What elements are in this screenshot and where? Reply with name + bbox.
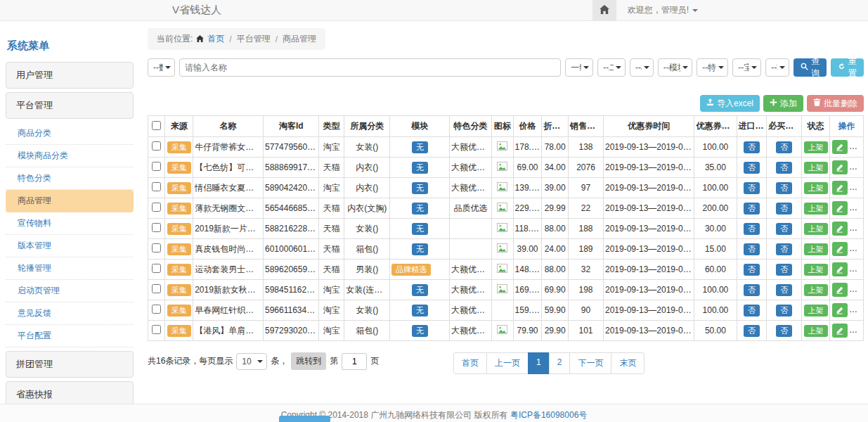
sidebar-subitem-轮播管理[interactable]: 轮播管理: [6, 257, 134, 280]
row-checkbox[interactable]: [152, 243, 161, 252]
must-buy-toggle[interactable]: 否: [776, 223, 792, 235]
import-toggle[interactable]: 否: [744, 325, 760, 337]
add-button[interactable]: 添加: [763, 95, 803, 112]
edit-button[interactable]: [832, 160, 848, 174]
module-badge[interactable]: 无: [412, 243, 428, 255]
edit-button[interactable]: [832, 201, 848, 215]
sidebar-subitem-特色分类[interactable]: 特色分类: [6, 167, 134, 190]
import-excel-button[interactable]: 导入excel: [700, 95, 760, 112]
must-buy-toggle[interactable]: 否: [776, 141, 792, 153]
must-buy-toggle[interactable]: 否: [776, 325, 792, 337]
edit-button[interactable]: [832, 262, 848, 276]
sidebar-item-拼团管理[interactable]: 拼团管理: [6, 351, 134, 378]
module-badge[interactable]: 无: [412, 182, 428, 194]
module-badge[interactable]: 品牌精选: [391, 264, 431, 276]
module-badge[interactable]: 无: [412, 162, 428, 174]
sidebar-subitem-宣传物料[interactable]: 宣传物料: [6, 212, 134, 235]
status-toggle[interactable]: 上架: [804, 305, 828, 316]
edit-button[interactable]: [832, 303, 848, 317]
level1-category-select[interactable]: 一级分类: [565, 58, 593, 77]
must-buy-toggle[interactable]: 否: [776, 305, 792, 316]
row-checkbox[interactable]: [152, 284, 161, 293]
must-buy-toggle[interactable]: 否: [776, 162, 792, 174]
status-toggle[interactable]: 上架: [804, 243, 828, 255]
sidebar-subitem-商品分类[interactable]: 商品分类: [6, 122, 134, 145]
status-toggle[interactable]: 上架: [804, 223, 828, 235]
user-dropdown[interactable]: 欢迎您，管理员!: [628, 4, 698, 16]
import-toggle[interactable]: 否: [744, 141, 760, 153]
sidebar-subitem-平台配置[interactable]: 平台配置: [6, 325, 134, 347]
status-select[interactable]: --状态--: [765, 58, 789, 77]
pager-last[interactable]: 末页: [611, 352, 644, 374]
row-checkbox[interactable]: [152, 223, 161, 232]
module-badge[interactable]: 无: [412, 325, 428, 337]
must-buy-toggle[interactable]: 否: [776, 182, 792, 194]
import-toggle[interactable]: 否: [744, 223, 760, 235]
data-source-select[interactable]: --数据来源--: [148, 58, 175, 77]
sidebar-subitem-版本管理[interactable]: 版本管理: [6, 235, 134, 257]
module-badge[interactable]: 无: [412, 305, 428, 316]
jump-button[interactable]: 跳转到: [291, 352, 326, 370]
sidebar-subitem-商品管理[interactable]: 商品管理: [6, 190, 134, 212]
edit-button[interactable]: [832, 324, 848, 338]
pager-page-1[interactable]: 1: [528, 352, 550, 374]
special-category-select[interactable]: --特色分类--: [697, 58, 728, 77]
per-page-select[interactable]: 10: [236, 353, 267, 370]
sidebar-subitem-启动页管理[interactable]: 启动页管理: [6, 280, 134, 302]
edit-button[interactable]: [832, 242, 848, 256]
select-all-checkbox[interactable]: [152, 121, 161, 130]
edit-button[interactable]: [832, 140, 848, 154]
must-buy-toggle[interactable]: 否: [776, 203, 792, 215]
module-badge[interactable]: 无: [412, 141, 428, 153]
module-badge[interactable]: 无: [412, 223, 428, 235]
import-toggle[interactable]: 否: [744, 243, 760, 255]
status-toggle[interactable]: 上架: [804, 141, 828, 153]
edit-button[interactable]: [832, 181, 848, 195]
row-checkbox[interactable]: [152, 141, 161, 151]
import-toggle[interactable]: 否: [744, 162, 760, 174]
row-checkbox[interactable]: [152, 305, 161, 314]
status-toggle[interactable]: 上架: [804, 182, 828, 194]
row-checkbox[interactable]: [152, 162, 161, 171]
must-buy-toggle[interactable]: 否: [776, 284, 792, 296]
status-toggle[interactable]: 上架: [804, 203, 828, 215]
import-toggle[interactable]: 否: [744, 284, 760, 296]
row-checkbox[interactable]: [152, 325, 161, 334]
sidebar-subitem-意见反馈[interactable]: 意见反馈: [6, 302, 134, 325]
status-toggle[interactable]: 上架: [804, 284, 828, 296]
import-toggle[interactable]: 否: [744, 203, 760, 215]
status-toggle[interactable]: 上架: [804, 162, 828, 174]
must-buy-toggle[interactable]: 否: [776, 264, 792, 276]
row-checkbox[interactable]: [152, 182, 161, 191]
item-type-select[interactable]: --宝贝类型--: [732, 58, 761, 77]
import-toggle[interactable]: 否: [744, 305, 760, 316]
search-button[interactable]: 查询: [793, 58, 827, 77]
status-toggle[interactable]: 上架: [804, 264, 828, 276]
import-toggle[interactable]: 否: [744, 264, 760, 276]
module-subcategory-select[interactable]: --模块下分类--: [658, 58, 692, 77]
home-button[interactable]: [592, 0, 616, 20]
sidebar-item-用户管理[interactable]: 用户管理: [6, 62, 134, 89]
sidebar-item-平台管理[interactable]: 平台管理: [6, 92, 134, 119]
import-toggle[interactable]: 否: [744, 182, 760, 194]
pager-first[interactable]: 首页: [453, 352, 487, 374]
jump-page-input[interactable]: [342, 353, 367, 370]
module-badge[interactable]: 无: [412, 284, 428, 296]
row-checkbox[interactable]: [152, 264, 161, 273]
name-search-input[interactable]: [179, 58, 561, 77]
module-badge[interactable]: 无: [412, 203, 428, 215]
pager-page-2[interactable]: 2: [549, 352, 571, 374]
level2-category-select[interactable]: --二级分类--: [597, 58, 626, 77]
row-checkbox[interactable]: [152, 203, 161, 212]
batch-delete-button[interactable]: 批量删除: [807, 95, 864, 112]
edit-button[interactable]: [832, 283, 848, 297]
sidebar-subitem-模块商品分类[interactable]: 模块商品分类: [6, 145, 134, 167]
edit-button[interactable]: [832, 222, 848, 236]
module-select[interactable]: --模块--: [630, 58, 654, 77]
pager-prev[interactable]: 上一页: [486, 352, 529, 374]
reset-button[interactable]: 重置: [831, 58, 864, 77]
icp-link[interactable]: 粤ICP备16098006号: [510, 410, 587, 420]
must-buy-toggle[interactable]: 否: [776, 243, 792, 255]
status-toggle[interactable]: 上架: [804, 325, 828, 337]
pager-next[interactable]: 下一页: [569, 352, 611, 374]
